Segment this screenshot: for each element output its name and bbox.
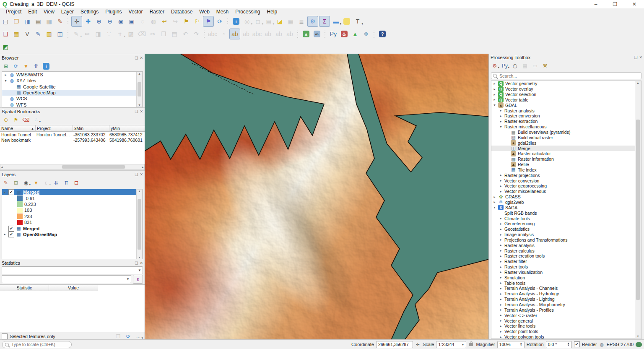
open-project-button[interactable]: ❐ (11, 16, 21, 26)
expander-icon[interactable]: ▸ (499, 254, 503, 258)
toolbox-item-vector-selection[interactable]: ▸QVector selection (491, 92, 641, 97)
bookmark-add-button[interactable]: ⚑ (12, 116, 20, 124)
float-panel-icon[interactable]: ❏ (135, 172, 138, 177)
close-panel-icon[interactable]: ✕ (140, 172, 143, 177)
toolbox-item-vector-raster[interactable]: ▸Vector <-> raster (491, 313, 641, 318)
toolbox-item-retile[interactable]: ▲Retile (491, 162, 641, 167)
browser-scrollbar[interactable]: ▲▼ (136, 72, 143, 107)
toolbox-item-climate-tools[interactable]: ▸Climate tools (491, 216, 641, 221)
expander-icon[interactable]: ▸ (499, 313, 503, 317)
float-panel-icon[interactable]: ❏ (135, 109, 138, 114)
toolbox-item-georeferencing[interactable]: ▸Georeferencing (491, 221, 641, 227)
plugin-extra-button[interactable]: ◩ (0, 42, 10, 52)
toolbox-item-table-tools[interactable]: ▸Table tools (491, 280, 641, 286)
data-source-manager-button[interactable]: ❏ (0, 29, 10, 39)
statistic-column-header[interactable]: Statistic (0, 285, 49, 291)
pan-map-to-selection-button[interactable]: ✚ (83, 16, 93, 26)
restore-button[interactable]: ❐ (605, 0, 625, 8)
expander-icon[interactable]: ▾ (493, 206, 496, 209)
dropdown-arrow-icon[interactable]: ▾ (49, 183, 51, 186)
coordinate-field[interactable]: 266661,356287 (376, 341, 413, 348)
refresh-map-button[interactable]: ⟳ (215, 16, 225, 26)
toolbox-item-raster-calculator[interactable]: ▲Raster calculator (491, 151, 641, 156)
statistics-field-select[interactable]: ▼ (2, 275, 131, 283)
bookmark-row[interactable]: Honiton TunnelHoniton Tunnel...-361083.2… (0, 132, 145, 137)
menu-web[interactable]: Web (196, 9, 213, 15)
menu-help[interactable]: Help (264, 9, 281, 15)
locator-input[interactable] (10, 341, 69, 347)
show-layout-manager-button[interactable]: ▥ (44, 16, 54, 26)
plugin-binoculars-button[interactable]: ∞ (312, 29, 322, 39)
toolbox-item-vector-geoprocessing[interactable]: ▸Vector geoprocessing (491, 183, 641, 189)
layer-visibility-checkbox[interactable]: ✔ (8, 189, 14, 195)
toolbox-item-terrain-analysis-profiles[interactable]: ▸Terrain Analysis - Profiles (491, 307, 641, 313)
expander-icon[interactable]: ▸ (499, 173, 503, 177)
expander-icon[interactable]: ▸ (499, 179, 503, 182)
expander-icon[interactable]: ▸ (499, 216, 503, 220)
extents-icon[interactable]: ✛ (415, 342, 421, 347)
layer-item-103[interactable]: 103 (2, 207, 143, 213)
expander-icon[interactable]: ▸ (499, 190, 503, 193)
statistics-layer-select[interactable]: ▼ (2, 266, 143, 274)
map-tips-button[interactable] (342, 16, 352, 26)
expander-icon[interactable]: ▸ (499, 238, 503, 242)
dropdown-arrow-icon[interactable]: ▾ (262, 22, 263, 26)
close-panel-icon[interactable]: ✕ (140, 261, 143, 265)
expander-icon[interactable]: ▸ (499, 319, 503, 323)
toolbox-search-input[interactable] (499, 73, 639, 79)
layers-scrollbar[interactable]: ▲▼ (136, 189, 143, 259)
column-header-ymin[interactable]: yMin (109, 125, 145, 132)
dropdown-arrow-icon[interactable]: ▾ (80, 35, 82, 38)
toolbox-item-raster-calculus[interactable]: ▸Raster calculus (491, 248, 641, 253)
toolbox-item-raster-miscellaneous[interactable]: ▾Raster miscellaneous (491, 124, 641, 130)
processing-toolbox-button[interactable]: ⚙ (307, 16, 318, 27)
deselect-features-button[interactable]: ◪ (275, 16, 285, 26)
column-header-xmin[interactable]: xMin (73, 125, 109, 132)
toolbox-item-gdal2tiles[interactable]: ▲gdal2tiles (491, 140, 641, 146)
expander-icon[interactable]: ▾ (493, 103, 496, 107)
plugin-globe-button[interactable]: ▲ (301, 29, 311, 39)
help-contents-button[interactable]: ? (377, 29, 387, 39)
expander-icon[interactable]: ▸ (499, 303, 503, 307)
new-spatial-bookmark-button[interactable]: ⚑ (181, 16, 191, 26)
expander-icon[interactable]: ▸ (499, 265, 503, 269)
filter-legend-button[interactable]: ▼ (32, 179, 40, 187)
expander-icon[interactable]: ▸ (499, 114, 503, 118)
toolbox-item-raster-visualization[interactable]: ▸Raster visualization (491, 270, 641, 275)
layer-styling-button[interactable]: ✎ (2, 179, 10, 187)
toolbox-item-vector-overlay[interactable]: ▸QVector overlay (491, 86, 641, 92)
expander-icon[interactable]: ▸ (499, 324, 503, 328)
toolbox-item-raster-projections[interactable]: ▸Raster projections (491, 172, 641, 178)
toolbox-item-tile-index[interactable]: ▦Tile index (491, 167, 641, 173)
toolbox-item-vector-conversion[interactable]: ▸Vector conversion (491, 178, 641, 183)
column-header-name[interactable]: Name ▲ (0, 125, 36, 132)
layer-item-openstreetmap[interactable]: ▸✔▦OpenStreetMap (2, 232, 143, 237)
new-spatialite-layer-button[interactable]: ✎ (33, 29, 43, 39)
toolbox-item-saga[interactable]: ▾SSAGA (491, 205, 641, 210)
expander-icon[interactable]: ▾ (4, 79, 8, 83)
new-shapefile-layer-button[interactable]: V (22, 29, 32, 39)
expander-icon[interactable]: ▸ (3, 232, 7, 236)
style-manager-button[interactable]: ✎ (55, 16, 65, 26)
browser-add-layer-button[interactable]: ⊞ (2, 62, 10, 70)
value-column-header[interactable]: Value (49, 285, 98, 291)
scale-combo[interactable]: 1:23344▼ (436, 341, 466, 348)
toolbox-item-raster-information[interactable]: ▩Raster information (491, 156, 641, 162)
browser-item-wms-wmts[interactable]: ▸◍WMS/WMTS (2, 72, 143, 78)
zoom-last-button[interactable]: ↩ (159, 16, 169, 26)
expander-icon[interactable]: ▸ (493, 87, 496, 91)
remove-layer-button[interactable]: ⊟ (72, 179, 80, 187)
dropdown-arrow-icon[interactable]: ▾ (508, 66, 509, 69)
python-console-button[interactable]: Py (328, 29, 338, 39)
layer-visibility-checkbox[interactable]: ✔ (8, 232, 14, 237)
toolbox-item-build-overviews-pyramids[interactable]: ▦Build overviews (pyramids) (491, 130, 641, 135)
menu-view[interactable]: View (40, 9, 58, 15)
toolbox-item-build-virtual-raster[interactable]: ▧Build virtual raster (491, 135, 641, 140)
toolbox-item-vector-general[interactable]: ▸Vector general (491, 318, 641, 323)
expander-icon[interactable]: ▸ (4, 73, 8, 77)
bookmark-share-button[interactable]: ∴▾ (32, 116, 40, 124)
expander-icon[interactable]: ▸ (499, 330, 503, 333)
layer-item-0-223[interactable]: 0.223 (2, 201, 143, 207)
browser-item-xyz-tiles[interactable]: ▾◍XYZ Tiles (2, 78, 143, 83)
text-annotation-button[interactable]: T▾ (353, 16, 363, 26)
